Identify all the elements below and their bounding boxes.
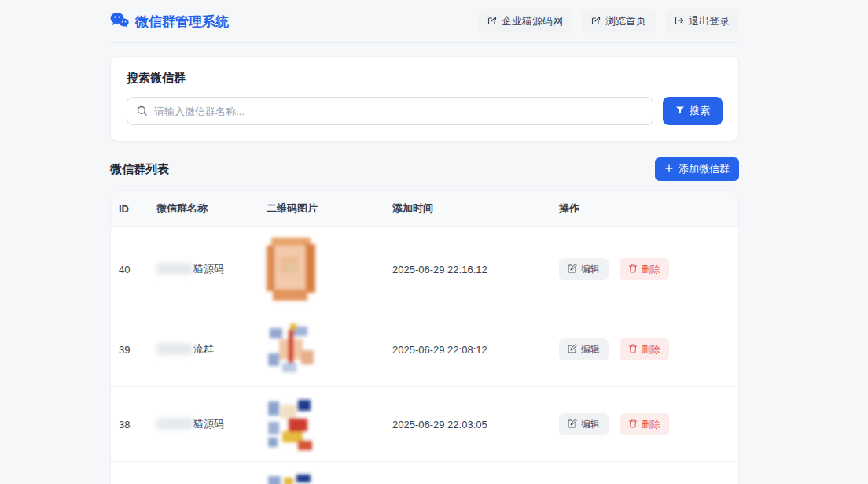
external-link-icon <box>487 16 497 28</box>
edit-button-label: 编辑 <box>581 418 600 431</box>
nav-source-site-button[interactable]: 企业猫源码网 <box>478 9 572 33</box>
edit-button[interactable]: 编辑 <box>559 258 609 280</box>
edit-pencil-icon <box>568 344 577 356</box>
logout-icon <box>675 16 684 28</box>
cell-id: 38 <box>111 419 156 430</box>
cell-added-time: 2025-06-29 22:08:12 <box>392 344 559 356</box>
search-card: 搜索微信群 搜索 <box>110 56 739 142</box>
table-row: 39 流群 2025-06-29 22:08:12 <box>111 312 738 387</box>
table-header-row: ID 微信群名称 二维码图片 添加时间 操作 <box>111 191 738 227</box>
cell-group-name: 猫源码 <box>156 417 267 431</box>
edit-button[interactable]: 编辑 <box>559 338 609 360</box>
delete-button[interactable]: 删除 <box>620 413 669 435</box>
search-card-title: 搜索微信群 <box>127 71 723 86</box>
search-button[interactable]: 搜索 <box>663 97 723 125</box>
group-name-text: 猫源码 <box>193 418 224 430</box>
plus-icon <box>664 164 674 175</box>
redacted-text-blur <box>156 343 193 355</box>
cell-added-time: 2025-06-29 22:03:05 <box>392 419 559 430</box>
column-header-name: 微信群名称 <box>156 201 267 216</box>
table-row: 37 交流群 2025-06-29 22:02:49 <box>111 462 738 484</box>
list-title: 微信群列表 <box>110 162 169 177</box>
column-header-actions: 操作 <box>559 201 738 216</box>
cell-group-name: 流群 <box>156 342 267 357</box>
qr-code-image <box>267 238 315 301</box>
cell-actions: 编辑 删除 <box>559 258 738 280</box>
cell-id: 39 <box>111 344 156 356</box>
redacted-text-blur <box>156 418 193 430</box>
trash-icon <box>628 264 638 275</box>
delete-button[interactable]: 删除 <box>620 258 669 280</box>
external-link-icon <box>591 16 601 28</box>
nav-browse-home-button[interactable]: 浏览首页 <box>582 9 656 33</box>
nav-label: 退出登录 <box>689 14 730 28</box>
cell-qr <box>267 238 392 301</box>
nav-logout-button[interactable]: 退出登录 <box>665 9 739 33</box>
add-group-button-label: 添加微信群 <box>679 162 730 176</box>
delete-button-label: 删除 <box>642 343 660 357</box>
qr-code-image <box>267 398 315 450</box>
cell-actions: 编辑 删除 <box>559 338 738 360</box>
cell-qr <box>267 323 392 375</box>
edit-button-label: 编辑 <box>581 263 600 276</box>
header-nav: 企业猫源码网 浏览首页 退出登录 <box>478 9 739 33</box>
group-name-text: 流群 <box>193 343 214 355</box>
table-row: 38 猫源码 2025-06-29 22:03:05 <box>111 387 738 462</box>
column-header-id: ID <box>111 203 156 215</box>
trash-icon <box>628 419 638 430</box>
cell-qr <box>267 398 392 450</box>
cell-qr <box>267 473 392 484</box>
nav-label: 浏览首页 <box>605 14 646 28</box>
app-header: 微信群管理系统 企业猫源码网 浏览首页 <box>110 0 739 43</box>
edit-pencil-icon <box>568 419 577 430</box>
delete-button[interactable]: 删除 <box>620 338 669 360</box>
search-input[interactable] <box>127 97 653 125</box>
delete-button-label: 删除 <box>642 418 660 431</box>
trash-icon <box>628 344 638 356</box>
qr-code-image <box>267 473 315 484</box>
wechat-logo-icon <box>110 12 129 31</box>
group-table: ID 微信群名称 二维码图片 添加时间 操作 40 猫源码 <box>110 190 739 484</box>
nav-label: 企业猫源码网 <box>502 14 563 28</box>
redacted-text-blur <box>156 263 193 275</box>
edit-pencil-icon <box>568 264 577 275</box>
cell-group-name: 猫源码 <box>156 262 267 276</box>
qr-code-image <box>267 323 315 375</box>
search-input-wrap <box>127 97 653 125</box>
cell-added-time: 2025-06-29 22:16:12 <box>392 264 559 275</box>
column-header-qr: 二维码图片 <box>267 201 392 216</box>
cell-actions: 编辑 删除 <box>559 413 738 435</box>
app-title: 微信群管理系统 <box>135 13 229 31</box>
edit-button-label: 编辑 <box>581 343 600 357</box>
column-header-time: 添加时间 <box>392 201 559 216</box>
group-name-text: 猫源码 <box>193 263 224 275</box>
delete-button-label: 删除 <box>642 263 660 276</box>
brand: 微信群管理系统 <box>110 12 229 31</box>
table-row: 40 猫源码 2025-06-29 22:16:12 <box>111 227 738 312</box>
filter-funnel-icon <box>675 105 685 117</box>
search-button-label: 搜索 <box>690 104 710 118</box>
edit-button[interactable]: 编辑 <box>559 413 609 435</box>
add-group-button[interactable]: 添加微信群 <box>655 157 739 181</box>
cell-id: 40 <box>111 264 156 275</box>
page-container: 微信群管理系统 企业猫源码网 浏览首页 <box>110 0 739 484</box>
